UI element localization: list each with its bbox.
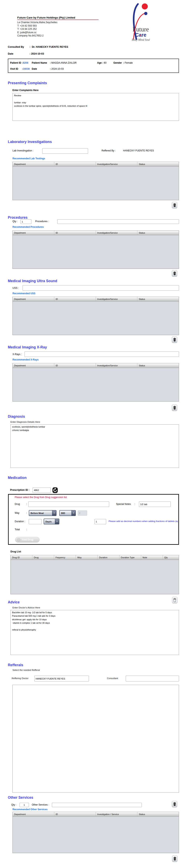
frequency-select[interactable]: BID ▼ bbox=[59, 510, 76, 516]
advice-textarea[interactable]: Baclofen tab 10 mg- 1/2 tab bd for 5 day… bbox=[10, 610, 179, 655]
colon: : bbox=[30, 45, 30, 48]
add-drug-button[interactable]: + Add Drug bbox=[15, 537, 40, 542]
other-services-delete-button[interactable] bbox=[172, 856, 177, 862]
consulted-by-line: Consulted By: Dr. HANECKY FUENTE REYES bbox=[8, 45, 68, 48]
company-number: Company No.8417652-2 bbox=[17, 34, 99, 37]
col-department: Department bbox=[13, 162, 54, 166]
medication-entry-box: Please select the Drug from Drug suggess… bbox=[8, 494, 179, 545]
logo-blue-dot bbox=[144, 12, 147, 15]
trash-icon bbox=[173, 802, 176, 806]
col-duration: Duration bbox=[98, 555, 119, 560]
lab-investigation-input[interactable] bbox=[42, 148, 88, 154]
other-qty-input[interactable] bbox=[20, 803, 29, 807]
col-way: Way bbox=[76, 555, 98, 560]
consultant-input[interactable] bbox=[126, 676, 179, 682]
uss-delete-button[interactable] bbox=[172, 337, 177, 343]
other-services-table-body bbox=[13, 817, 179, 853]
chevron-down-icon: ▼ bbox=[55, 519, 59, 524]
drug-list-label: Drug List bbox=[10, 550, 21, 553]
col-investigation: Investigation/Service bbox=[96, 363, 138, 368]
other-services-input[interactable] bbox=[52, 803, 142, 807]
drug-list-table: Drug ID Drug Fequency Way Duration Durat… bbox=[10, 555, 179, 594]
col-investigation: Investigation/Service bbox=[96, 230, 138, 235]
col-department: Department bbox=[13, 812, 54, 816]
patient-gender-cell: Gender : Female bbox=[113, 61, 133, 64]
total-label: Total bbox=[15, 528, 20, 531]
referral-list-box[interactable] bbox=[12, 685, 179, 793]
col-status: Status bbox=[137, 162, 179, 166]
company-name: Future Care by Future Holdings (Pty) Lim… bbox=[17, 16, 99, 20]
tablet-qty-input[interactable] bbox=[95, 519, 106, 524]
col-duration-type: Duration Type bbox=[119, 555, 141, 560]
trash-icon bbox=[173, 272, 176, 275]
add-drug-label: Add Drug bbox=[22, 538, 33, 541]
logo-word-future: Future bbox=[133, 26, 149, 33]
colon: : bbox=[123, 61, 124, 64]
duration-unit-select[interactable]: Day/s ▼ bbox=[44, 519, 59, 524]
other-services-table: Department ID Investigation / Service St… bbox=[12, 812, 179, 853]
col-frequency: Fequency bbox=[54, 555, 76, 560]
referring-doctor-input[interactable] bbox=[34, 676, 89, 682]
way-label: Way bbox=[15, 512, 20, 514]
procedures-qty-input[interactable] bbox=[21, 219, 31, 224]
procedures-qty-label: Qty : bbox=[12, 220, 17, 223]
consult-date-value: 2024-10-03 bbox=[31, 52, 44, 55]
chevron-down-icon: ▼ bbox=[71, 510, 75, 516]
col-status: Status bbox=[137, 297, 179, 301]
procedures-table-body bbox=[13, 235, 179, 269]
other-services-table-header: Department ID Investigation / Service St… bbox=[13, 812, 179, 817]
colon: : bbox=[30, 52, 30, 55]
company-phone-1: T: +24 82 593 593 bbox=[17, 24, 99, 28]
drug-list-table-body bbox=[11, 560, 179, 594]
col-investigation: Investigation/Service bbox=[96, 162, 138, 166]
prescription-refresh-button[interactable] bbox=[52, 487, 58, 493]
diagnosis-textarea[interactable]: scoliosis, spondylolisthesis lumbar crho… bbox=[10, 424, 179, 468]
colon: : bbox=[50, 67, 51, 70]
drug-list-delete-button[interactable] bbox=[172, 597, 177, 603]
section-title-referrals: Refferals bbox=[8, 663, 23, 667]
lab-table-body bbox=[13, 166, 179, 200]
duration-input[interactable] bbox=[29, 519, 42, 524]
col-department: Department bbox=[13, 230, 54, 235]
colon: : bbox=[26, 503, 27, 505]
uss-table: Department ID Investigation/Service Stat… bbox=[12, 297, 179, 335]
gender-label: Gender bbox=[113, 61, 122, 64]
prescription-page: Future Care by Future Holdings (Pty) Lim… bbox=[0, 0, 187, 868]
referring-doctor-label: Reffering Doctor bbox=[12, 677, 29, 680]
special-notes-input[interactable] bbox=[139, 501, 171, 507]
xray-table-header: Department ID Investigation/Service Stat… bbox=[13, 363, 179, 368]
xray-input[interactable] bbox=[25, 351, 179, 357]
uss-input[interactable] bbox=[23, 285, 179, 290]
trash-icon bbox=[173, 406, 176, 410]
logo-heart-icon: ♥ bbox=[140, 34, 141, 37]
section-title-xray: Medical Imaging X-Ray bbox=[8, 345, 47, 349]
procedures-input[interactable] bbox=[57, 219, 179, 224]
lab-delete-button[interactable] bbox=[172, 202, 177, 208]
col-investigation: Investigation/Service bbox=[96, 297, 138, 301]
xray-table-body bbox=[13, 368, 179, 401]
patient-id-value: 8208 bbox=[23, 61, 28, 64]
other-services-clear-button[interactable] bbox=[172, 801, 177, 807]
col-id: ID bbox=[54, 297, 96, 301]
drug-input[interactable] bbox=[28, 501, 109, 507]
frequency-qty-input bbox=[78, 510, 87, 516]
drug-suggestion-alert: Please select the Drug from Drug suggess… bbox=[15, 496, 67, 499]
uss-table-body bbox=[13, 302, 179, 335]
prescription-id-input[interactable] bbox=[33, 488, 51, 493]
diagnosis-hint: Enter Diagnosis Details Here bbox=[10, 421, 40, 423]
duration-label: Duration : bbox=[15, 520, 25, 523]
logo-tagline: Body Mind Soul bbox=[132, 38, 150, 41]
xray-delete-button[interactable] bbox=[172, 405, 177, 411]
way-select[interactable]: Before Meal ▼ bbox=[29, 510, 57, 516]
procedures-delete-button[interactable] bbox=[172, 270, 177, 277]
gender-value: Female bbox=[125, 61, 133, 64]
company-phone-2: T: +24 84 225 252 bbox=[17, 27, 99, 31]
patient-name-label: Patient Name bbox=[32, 61, 50, 64]
col-drug: Drug bbox=[32, 555, 54, 560]
consulted-by-label: Consulted By bbox=[8, 45, 30, 48]
consult-date-label: Date bbox=[8, 52, 30, 55]
complaints-textarea[interactable]: Review lumbar- xray scoliosis in the lum… bbox=[12, 93, 179, 121]
recommended-uss-label: Recommended USS bbox=[12, 292, 35, 295]
trash-icon bbox=[173, 203, 176, 207]
age-value: 60 bbox=[104, 61, 106, 64]
